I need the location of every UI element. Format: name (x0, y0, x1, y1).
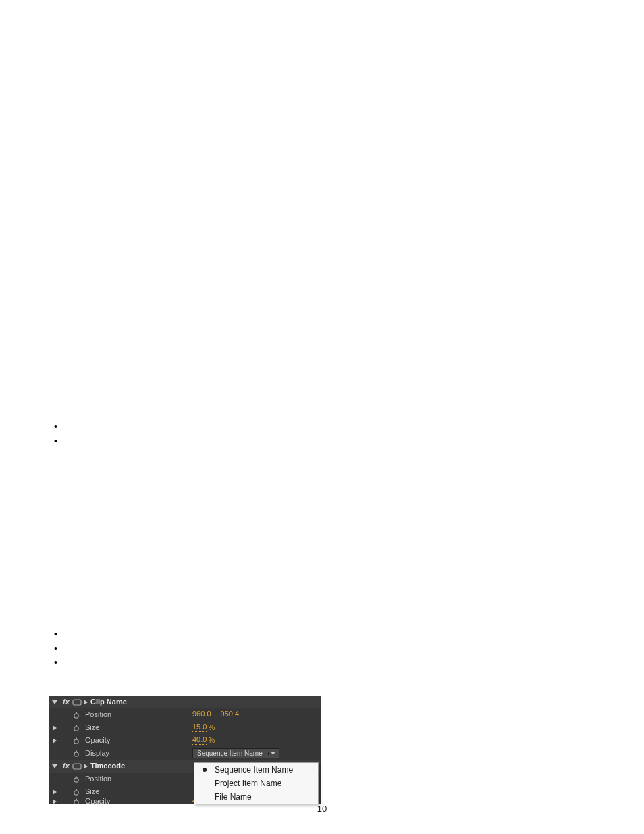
svg-rect-4 (76, 725, 77, 726)
disclosure-triangle-down-icon[interactable] (49, 764, 61, 769)
opacity-value[interactable]: 40.0 (192, 736, 207, 745)
disclosure-triangle-right-icon[interactable] (49, 738, 61, 744)
bullet-item (54, 424, 595, 438)
param-label: Size (85, 788, 99, 796)
svg-point-7 (74, 752, 78, 756)
section-divider (49, 515, 595, 515)
size-value[interactable]: 15.0 (192, 723, 207, 732)
disclosure-triangle-down-icon[interactable] (49, 700, 61, 705)
mask-shape-icon[interactable] (72, 763, 82, 770)
disclosure-triangle-right-icon (82, 700, 89, 705)
position-y-value[interactable]: 950.4 (221, 710, 240, 719)
bullet-item (54, 631, 595, 646)
stopwatch-icon[interactable] (72, 789, 81, 796)
svg-point-3 (74, 726, 78, 730)
svg-rect-8 (76, 750, 77, 752)
unit-label: % (208, 737, 215, 744)
svg-rect-13 (76, 789, 77, 790)
svg-rect-6 (76, 737, 77, 739)
svg-point-12 (74, 790, 78, 794)
bullet-item (54, 646, 595, 660)
disclosure-triangle-right-icon[interactable] (49, 789, 61, 795)
param-row-size: Size 15.0 % (49, 721, 321, 734)
svg-rect-0 (73, 700, 81, 705)
param-label: Position (85, 711, 111, 719)
fx-badge-icon[interactable]: fx (61, 698, 72, 706)
svg-rect-11 (76, 776, 77, 777)
effect-header-clip-name[interactable]: fx Clip Name (49, 696, 321, 708)
stopwatch-icon[interactable] (72, 725, 81, 731)
menu-item-label: File Name (215, 793, 318, 801)
fx-badge-icon[interactable]: fx (61, 762, 72, 770)
svg-point-10 (74, 777, 78, 781)
effect-name-label: Clip Name (90, 698, 127, 706)
bullet-list-1 (54, 424, 595, 452)
menu-item-label: Sequence Item Name (215, 766, 318, 774)
document-body: fx Clip Name Position (0, 0, 644, 804)
display-dropdown[interactable]: Sequence Item Name (192, 748, 279, 758)
disclosure-triangle-right-icon[interactable] (49, 725, 61, 731)
param-row-position: Position 960.0 950.4 (49, 708, 321, 721)
svg-point-1 (74, 713, 78, 717)
menu-selected-bullet-icon (194, 768, 215, 772)
menu-item-file-name[interactable]: File Name (194, 790, 318, 804)
effect-controls-panel: fx Clip Name Position (49, 696, 321, 804)
bullet-item (54, 660, 595, 674)
effect-name-label: Timecode (90, 762, 125, 770)
page-number: 10 (0, 804, 644, 814)
chevron-down-icon (268, 752, 277, 755)
mask-shape-icon[interactable] (72, 699, 82, 706)
param-label: Display (85, 750, 109, 757)
effects-panel-figure: fx Clip Name Position (49, 696, 595, 804)
param-label: Position (85, 775, 111, 783)
disclosure-triangle-right-icon (82, 764, 89, 769)
stopwatch-icon[interactable] (72, 776, 81, 783)
dropdown-selected-label: Sequence Item Name (197, 750, 263, 757)
svg-point-5 (74, 739, 78, 743)
param-row-opacity: Opacity 40.0 % (49, 734, 321, 747)
menu-item-label: Project Item Name (215, 779, 318, 787)
stopwatch-icon[interactable] (72, 750, 81, 757)
svg-rect-9 (73, 764, 81, 769)
menu-item-sequence-item-name[interactable]: Sequence Item Name (194, 763, 318, 777)
param-row-display: Display Sequence Item Name (49, 747, 321, 760)
stopwatch-icon[interactable] (72, 737, 81, 744)
bullet-list-2 (54, 631, 595, 674)
param-label: Opacity (85, 737, 110, 744)
unit-label: % (208, 724, 215, 731)
bullet-item (54, 438, 595, 452)
stopwatch-icon[interactable] (72, 712, 81, 719)
menu-item-project-item-name[interactable]: Project Item Name (194, 777, 318, 790)
svg-rect-15 (76, 798, 77, 800)
param-label: Size (85, 724, 99, 731)
svg-rect-2 (76, 712, 77, 713)
display-dropdown-menu: Sequence Item Name Project Item Name Fil… (194, 762, 319, 804)
position-x-value[interactable]: 960.0 (192, 710, 211, 719)
